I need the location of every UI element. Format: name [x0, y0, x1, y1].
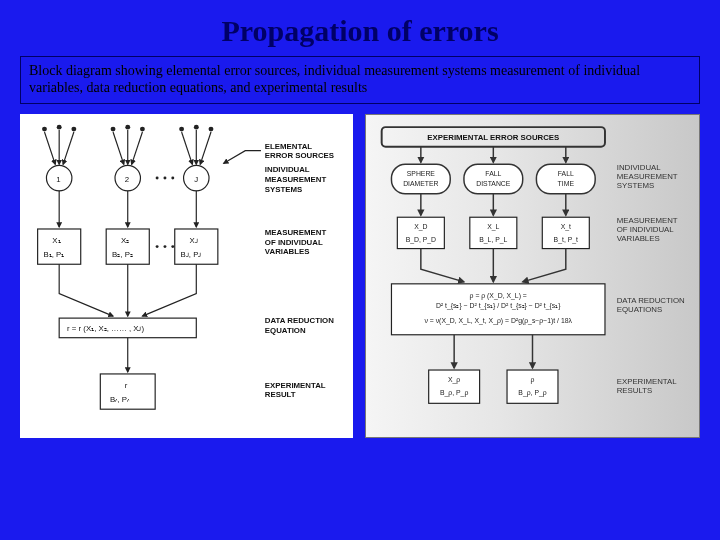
svg-text:DISTANCE: DISTANCE [476, 179, 511, 186]
svg-point-0 [42, 126, 47, 131]
svg-text:B_t, P_t: B_t, P_t [554, 235, 578, 243]
svg-text:SYSTEMS: SYSTEMS [617, 180, 654, 189]
svg-point-18 [163, 176, 166, 179]
svg-text:TIME: TIME [558, 179, 575, 186]
svg-point-8 [209, 126, 214, 131]
svg-point-1 [57, 124, 62, 129]
svg-text:SPHERE: SPHERE [407, 170, 436, 177]
svg-text:B_ρ, P_ρ: B_ρ, P_ρ [440, 389, 468, 397]
svg-point-17 [156, 176, 159, 179]
svg-point-34 [171, 245, 174, 248]
svg-text:X₂: X₂ [121, 235, 129, 244]
svg-text:VARIABLES: VARIABLES [617, 233, 660, 242]
svg-point-5 [140, 126, 145, 131]
svg-point-6 [179, 126, 184, 131]
svg-text:MEASUREMENT: MEASUREMENT [265, 227, 327, 236]
elemental-fan-1 [42, 124, 76, 164]
svg-text:X_L: X_L [487, 223, 499, 231]
svg-text:ELEMENTAL: ELEMENTAL [265, 141, 312, 150]
slide-title: Propagation of errors [0, 0, 720, 56]
diagram-sphere-example: EXPERIMENTAL ERROR SOURCES SPHEREDIAMETE… [365, 114, 700, 438]
svg-text:EQUATIONS: EQUATIONS [617, 305, 663, 314]
diagram-generic: ELEMENTAL ERROR SOURCES 1 2 J INDIVIDUAL… [20, 114, 353, 438]
svg-text:DATA REDUCTION: DATA REDUCTION [617, 296, 685, 305]
svg-text:Bᵣ, Pᵣ: Bᵣ, Pᵣ [110, 395, 130, 404]
svg-text:DIAMETER: DIAMETER [403, 179, 438, 186]
svg-text:EXPERIMENTAL: EXPERIMENTAL [617, 376, 678, 385]
svg-text:r: r [125, 380, 128, 389]
svg-text:r = r (X₁, X₂, …… , Xᴊ): r = r (X₁, X₂, …… , Xᴊ) [67, 323, 144, 332]
svg-text:B₁, P₁: B₁, P₁ [44, 250, 65, 259]
svg-text:ρ: ρ [531, 375, 535, 383]
svg-text:SYSTEMS: SYSTEMS [265, 184, 302, 193]
svg-text:RESULT: RESULT [265, 390, 296, 399]
svg-text:VARIABLES: VARIABLES [265, 247, 310, 256]
svg-point-2 [71, 126, 76, 131]
svg-text:1: 1 [56, 175, 60, 184]
elemental-fan-j [179, 124, 213, 164]
svg-text:X_D: X_D [414, 223, 427, 231]
svg-text:Xᴊ: Xᴊ [189, 235, 197, 244]
description-box: Block diagram showing elemental error so… [20, 56, 700, 104]
svg-text:X_t: X_t [561, 223, 571, 231]
slide: Propagation of errors Block diagram show… [0, 0, 720, 540]
svg-text:ERROR SOURCES: ERROR SOURCES [265, 151, 334, 160]
svg-rect-67 [542, 217, 589, 248]
svg-text:OF INDIVIDUAL: OF INDIVIDUAL [617, 225, 675, 234]
svg-rect-64 [470, 217, 517, 248]
svg-rect-61 [397, 217, 444, 248]
svg-text:ν = ν(X_D, X_L, X_t, X_ρ) = D²: ν = ν(X_D, X_L, X_t, X_ρ) = D²g(ρ_s−ρ−1)… [424, 317, 572, 325]
svg-text:2: 2 [125, 175, 129, 184]
svg-text:EXPERIMENTAL ERROR SOURCES: EXPERIMENTAL ERROR SOURCES [427, 132, 559, 141]
svg-text:Bᴊ, Pᴊ: Bᴊ, Pᴊ [181, 250, 202, 259]
svg-text:B_D, P_D: B_D, P_D [406, 235, 436, 243]
svg-point-33 [163, 245, 166, 248]
diagram-panels: ELEMENTAL ERROR SOURCES 1 2 J INDIVIDUAL… [0, 114, 720, 438]
svg-text:ρ = ρ (X_D, X_L) =: ρ = ρ (X_D, X_L) = [470, 291, 527, 299]
svg-text:X₁: X₁ [52, 235, 60, 244]
svg-text:B_ρ, P_ρ: B_ρ, P_ρ [518, 389, 546, 397]
svg-text:D² t_{s₂} − D² t_{s₁} / D² t_{: D² t_{s₂} − D² t_{s₁} / D² t_{s₂} − D² t… [436, 302, 561, 310]
svg-text:RESULTS: RESULTS [617, 385, 653, 394]
svg-text:FALL: FALL [485, 170, 501, 177]
svg-text:OF INDIVIDUAL: OF INDIVIDUAL [265, 237, 323, 246]
svg-text:INDIVIDUAL: INDIVIDUAL [617, 163, 662, 172]
svg-point-32 [156, 245, 159, 248]
svg-text:B_L, P_L: B_L, P_L [479, 235, 507, 243]
svg-text:J: J [194, 175, 198, 184]
svg-text:DATA REDUCTION: DATA REDUCTION [265, 316, 334, 325]
svg-point-7 [194, 124, 199, 129]
elemental-fan-2 [111, 124, 145, 164]
svg-text:MEASUREMENT: MEASUREMENT [265, 175, 327, 184]
svg-point-4 [125, 124, 130, 129]
svg-point-3 [111, 126, 116, 131]
svg-text:INDIVIDUAL: INDIVIDUAL [265, 165, 310, 174]
svg-point-19 [171, 176, 174, 179]
svg-text:EXPERIMENTAL: EXPERIMENTAL [265, 380, 326, 389]
svg-text:MEASUREMENT: MEASUREMENT [617, 172, 678, 181]
svg-text:MEASUREMENT: MEASUREMENT [617, 216, 678, 225]
svg-text:X_ρ: X_ρ [448, 375, 460, 383]
svg-text:FALL: FALL [558, 170, 574, 177]
svg-text:B₂, P₂: B₂, P₂ [112, 250, 133, 259]
svg-text:EQUATION: EQUATION [265, 325, 306, 334]
